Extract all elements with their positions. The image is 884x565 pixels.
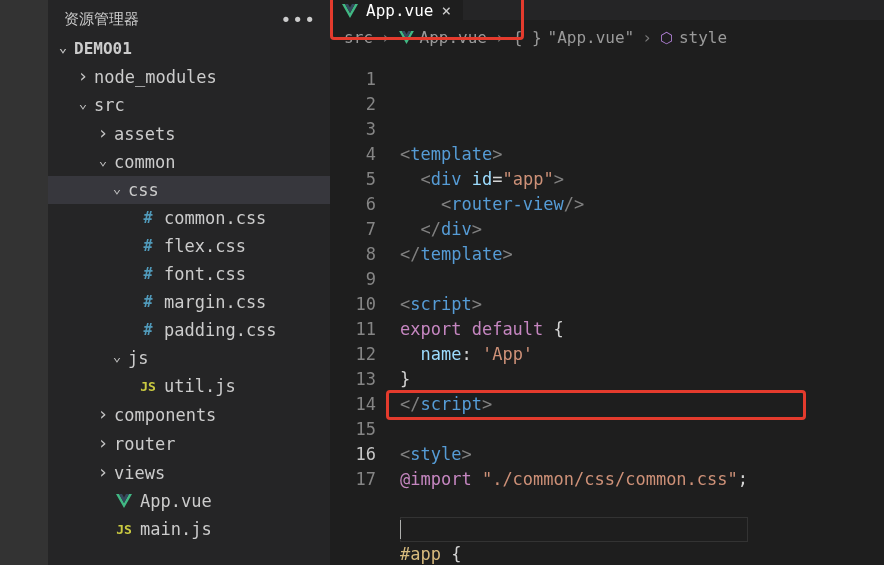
- line-gutter: 1234567891011121314151617: [330, 55, 392, 565]
- line-number: 12: [330, 342, 376, 367]
- css-file-icon: #: [138, 209, 158, 227]
- chevron-right-icon: ›: [642, 28, 652, 47]
- tree-item[interactable]: #common.css: [48, 204, 330, 232]
- code-line[interactable]: <div id="app">: [400, 167, 748, 192]
- tab-bar: App.vue ×: [330, 0, 884, 20]
- code-line[interactable]: [400, 517, 748, 542]
- code-line[interactable]: export default {: [400, 317, 748, 342]
- code-editor[interactable]: 1234567891011121314151617 <template> <di…: [330, 55, 884, 565]
- minimap[interactable]: [748, 55, 804, 565]
- activity-bar[interactable]: [0, 0, 48, 565]
- tree-item-label: margin.css: [164, 292, 266, 312]
- line-number: 14: [330, 392, 376, 417]
- js-file-icon: JS: [138, 379, 158, 394]
- code-line[interactable]: </div>: [400, 217, 748, 242]
- app-root: 资源管理器 ••• DEMO01 node_modulessrcassetsco…: [0, 0, 884, 565]
- code-line[interactable]: </template>: [400, 242, 748, 267]
- chevron-right-icon: [96, 462, 110, 483]
- crumb-file: App.vue: [399, 28, 487, 47]
- line-number: 15: [330, 417, 376, 442]
- chevron-down-icon: [56, 41, 70, 57]
- code-line[interactable]: [400, 492, 748, 517]
- css-file-icon: #: [138, 293, 158, 311]
- code-line[interactable]: @import "./common/css/common.css";: [400, 467, 748, 492]
- chevron-right-icon: [96, 123, 110, 144]
- line-number: 8: [330, 242, 376, 267]
- tree-item-label: common.css: [164, 208, 266, 228]
- line-number: 1: [330, 67, 376, 92]
- chevron-down-icon: [110, 182, 124, 198]
- tab-label: App.vue: [366, 1, 433, 20]
- sidebar-title: 资源管理器: [64, 10, 139, 29]
- close-icon[interactable]: ×: [441, 1, 451, 20]
- chevron-down-icon: [76, 97, 90, 113]
- code-line[interactable]: </script>: [400, 392, 748, 417]
- tree-item[interactable]: src: [48, 91, 330, 119]
- line-number: 17: [330, 467, 376, 492]
- code-line[interactable]: #app {: [400, 542, 748, 565]
- tree-item-label: assets: [114, 124, 175, 144]
- code-line[interactable]: <router-view/>: [400, 192, 748, 217]
- tree-item-label: views: [114, 463, 165, 483]
- line-number: 2: [330, 92, 376, 117]
- tree-item-label: js: [128, 348, 148, 368]
- tree-item-label: util.js: [164, 376, 236, 396]
- tree-item-label: main.js: [140, 519, 212, 539]
- line-number: 4: [330, 142, 376, 167]
- tree-item[interactable]: #font.css: [48, 260, 330, 288]
- chevron-down-icon: [110, 350, 124, 366]
- tree-item-label: App.vue: [140, 491, 212, 511]
- tree-item[interactable]: common: [48, 148, 330, 176]
- chevron-right-icon: [96, 404, 110, 425]
- tree-item-label: font.css: [164, 264, 246, 284]
- tree-item[interactable]: #margin.css: [48, 288, 330, 316]
- tree-item-label: router: [114, 434, 175, 454]
- tree-item[interactable]: assets: [48, 119, 330, 148]
- tree-item-label: common: [114, 152, 175, 172]
- tree-item-label: components: [114, 405, 216, 425]
- tree-item[interactable]: router: [48, 429, 330, 458]
- tree-item[interactable]: #flex.css: [48, 232, 330, 260]
- code-line[interactable]: [400, 417, 748, 442]
- project-name: DEMO01: [74, 39, 132, 58]
- line-number: 5: [330, 167, 376, 192]
- chevron-down-icon: [96, 154, 110, 170]
- tree-item-label: css: [128, 180, 159, 200]
- line-number: 13: [330, 367, 376, 392]
- tree-item[interactable]: JSmain.js: [48, 515, 330, 543]
- crumb-scope: { } "App.vue": [513, 28, 635, 47]
- tab-app-vue[interactable]: App.vue ×: [330, 0, 463, 20]
- code-line[interactable]: <script>: [400, 292, 748, 317]
- explorer-sidebar: 资源管理器 ••• DEMO01 node_modulessrcassetsco…: [48, 0, 330, 565]
- chevron-right-icon: ›: [381, 28, 391, 47]
- crumb-src: src: [344, 28, 373, 47]
- tree-item[interactable]: components: [48, 400, 330, 429]
- chevron-right-icon: ›: [495, 28, 505, 47]
- tree-item[interactable]: #padding.css: [48, 316, 330, 344]
- tree-item[interactable]: JSutil.js: [48, 372, 330, 400]
- tree-item-label: node_modules: [94, 67, 217, 87]
- tree-item[interactable]: App.vue: [48, 487, 330, 515]
- tree-item-label: padding.css: [164, 320, 277, 340]
- chevron-right-icon: [76, 66, 90, 87]
- tree-item-label: flex.css: [164, 236, 246, 256]
- line-number: 9: [330, 267, 376, 292]
- tree-item[interactable]: js: [48, 344, 330, 372]
- code-line[interactable]: [400, 267, 748, 292]
- code-line[interactable]: }: [400, 367, 748, 392]
- code-line[interactable]: name: 'App': [400, 342, 748, 367]
- editor-area: App.vue × src › App.vue › { } "App.vue" …: [330, 0, 884, 565]
- code-line[interactable]: <template>: [400, 142, 748, 167]
- project-header[interactable]: DEMO01: [48, 35, 330, 62]
- more-actions-icon[interactable]: •••: [280, 15, 316, 25]
- breadcrumbs[interactable]: src › App.vue › { } "App.vue" › ⬡ style: [330, 20, 884, 55]
- braces-icon: { }: [513, 28, 542, 47]
- tree-item[interactable]: css: [48, 176, 330, 204]
- line-number: 16: [330, 442, 376, 467]
- code-line[interactable]: <style>: [400, 442, 748, 467]
- tree-item-label: src: [94, 95, 125, 115]
- tree-item[interactable]: node_modules: [48, 62, 330, 91]
- vue-icon: [399, 31, 414, 44]
- code-content[interactable]: <template> <div id="app"> <router-view/>…: [392, 55, 748, 565]
- tree-item[interactable]: views: [48, 458, 330, 487]
